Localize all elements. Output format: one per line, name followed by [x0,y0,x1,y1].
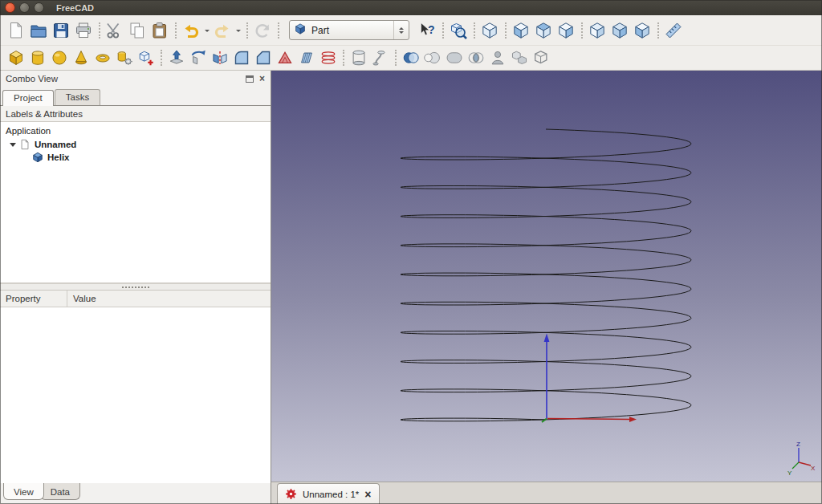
part-boolean-button[interactable] [400,47,421,68]
svg-text:?: ? [428,23,435,36]
new-document-button[interactable] [5,19,27,42]
whats-this-button[interactable]: ? [416,19,438,42]
tab-data[interactable]: Data [40,483,80,500]
page-icon [6,21,26,40]
left-view-button[interactable] [631,19,653,42]
tree-item-helix[interactable]: Helix [0,151,271,164]
bool-cut-icon [424,49,442,67]
fillet-icon [233,49,250,67]
undo-icon [181,21,201,40]
right-view-button[interactable] [555,19,577,42]
cube-axo-icon [480,21,499,40]
part-compound-button[interactable] [508,47,530,68]
sweep-icon [372,49,389,67]
freecad-window: { "window": { "title": "FreeCAD" }, "wor… [0,0,822,504]
property-column-header[interactable]: Property [0,291,67,307]
document-tab-label: Unnamed : 1* [303,490,359,499]
part-mirror-button[interactable] [209,47,230,68]
fit-all-button[interactable] [447,19,470,42]
paste-button[interactable] [149,19,171,42]
cut-button[interactable] [104,19,126,42]
copy-icon [128,21,147,40]
axonometric-view-button[interactable] [478,19,501,42]
axis-cross: Z X Y [787,440,816,477]
tab-view[interactable]: View [3,483,44,500]
measure-icon [664,21,683,40]
window-close-button[interactable] [5,2,15,13]
part-revolve-button[interactable] [187,47,209,68]
part-extrude-button[interactable] [165,47,187,68]
model-tree[interactable]: Application Unnamed Helix [0,122,271,283]
printer-icon [74,21,93,40]
part-sphere-button[interactable] [48,47,70,68]
toolbar-separator [501,20,510,41]
part-cut-button[interactable] [421,47,443,68]
helix-part-icon [32,152,43,163]
scissors-icon [105,21,124,40]
window-maximize-button[interactable] [34,2,44,13]
document-tab[interactable]: Unnamed : 1* × [277,483,380,504]
part-chamfer-button[interactable] [252,47,274,68]
value-column-header[interactable]: Value [67,291,96,307]
undo-dropdown-arrow[interactable] [202,19,211,42]
workbench-selected-label: Part [311,25,329,36]
tree-item-document[interactable]: Unnamed [0,138,271,151]
panel-splitter[interactable] [0,283,271,291]
redo-dropdown-arrow[interactable] [234,19,242,42]
axis-x-label: X [811,465,816,472]
tree-root-application: Application [0,124,271,138]
toolbar-separator [95,20,104,41]
floppy-icon [51,21,71,40]
part-check-geometry-button[interactable] [486,47,508,68]
cube-rear-icon [588,21,607,40]
tab-tasks[interactable]: Tasks [55,89,100,105]
cube-bottom-icon [610,21,629,40]
toolbar-separator [339,47,348,68]
3d-view-canvas[interactable] [271,71,822,482]
labels-attributes-header: Labels & Attributes [0,106,271,122]
part-shape-builder-button[interactable] [135,47,157,68]
part-fillet-button[interactable] [230,47,252,68]
part-cross-sections-button[interactable] [317,47,339,68]
front-view-button[interactable] [510,19,532,42]
open-document-button[interactable] [27,19,50,42]
primitives-icon [116,49,133,67]
cube-right-icon [556,21,576,40]
save-document-button[interactable] [50,19,72,42]
toolbar-separator [438,20,447,41]
part-join-button[interactable] [530,47,551,68]
part-cone-button[interactable] [70,47,92,68]
measure-distance-button[interactable] [662,19,685,42]
part-intersection-button[interactable] [465,47,486,68]
part-loft-button[interactable] [348,47,369,68]
part-create-primitives-button[interactable] [113,47,135,68]
toolbar-separator [274,20,283,41]
origin-axes [542,334,637,423]
copy-button[interactable] [126,19,149,42]
cone-icon [72,49,90,67]
part-make-face-button[interactable] [274,47,295,68]
tab-project[interactable]: Project [2,90,54,106]
rear-view-button[interactable] [586,19,608,42]
print-document-button[interactable] [72,19,95,42]
window-minimize-button[interactable] [19,2,30,13]
property-table-body[interactable] [0,307,271,483]
part-union-button[interactable] [443,47,465,68]
workbench-selector[interactable]: Part [289,20,409,40]
extrude-icon [168,49,185,67]
part-ruled-surface-button[interactable] [295,47,317,68]
undo-button[interactable] [180,19,202,42]
part-sweep-button[interactable] [369,47,391,68]
bottom-view-button[interactable] [608,19,631,42]
tree-item-label: Unnamed [35,140,76,149]
3d-viewport[interactable]: Z X Y [271,71,822,482]
part-cylinder-button[interactable] [26,47,48,68]
expander-icon[interactable] [10,143,16,150]
panel-float-icon[interactable] [246,75,254,83]
panel-close-icon[interactable]: × [259,75,265,83]
part-box-button[interactable] [5,47,26,68]
document-tab-close-icon[interactable]: × [364,490,371,499]
top-view-button[interactable] [532,19,555,42]
part-torus-button[interactable] [92,47,113,68]
helix-wireframe[interactable] [401,129,691,421]
